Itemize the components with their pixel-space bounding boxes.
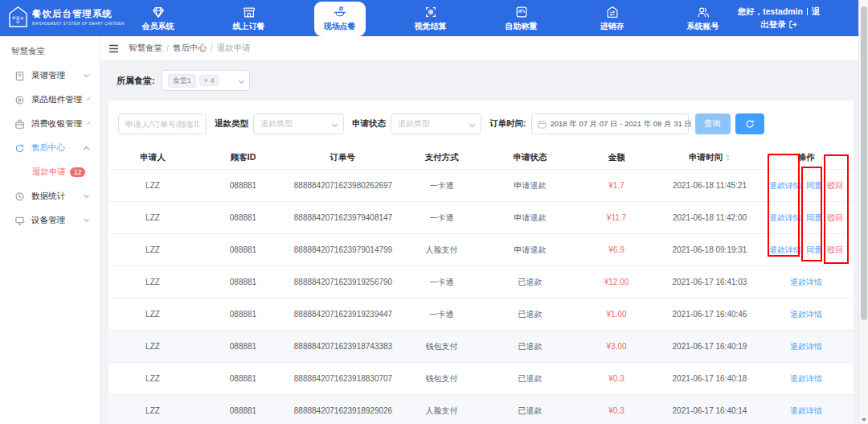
sidebar-item-device-mgmt[interactable]: 设备管理 [0, 208, 100, 233]
cell-payment: 人脸支付 [395, 245, 488, 256]
cell-applicant: LZZ [108, 374, 197, 383]
refund-type-label: 退款类型 [215, 118, 248, 130]
chevron-down-icon [469, 121, 475, 126]
cell-actions: 退款详情 [759, 373, 854, 385]
cell-customer-id: 088881 [197, 213, 289, 222]
sidebar-item-data-stats[interactable]: 数据统计 [0, 184, 100, 208]
cell-order-no: 8888842071623979408147 [289, 212, 395, 224]
cell-status: 已退款 [488, 277, 572, 288]
brand-logo-text: 智慧食堂 [10, 16, 26, 24]
nav-item-online-order[interactable]: 线上订餐 [203, 1, 294, 36]
cell-status: 申请退款 [488, 245, 572, 256]
sidebar-subitem-label: 退款申请 [32, 167, 66, 178]
cell-payment: 一卡通 [395, 212, 488, 224]
search-button[interactable]: 查询 [695, 113, 731, 134]
cell-status: 申请退款 [488, 212, 572, 224]
app-title: 餐饮后台管理系统 [32, 8, 125, 20]
shop-icon [242, 5, 256, 19]
action-refund-detail-link[interactable]: 退款详情 [790, 406, 822, 415]
canteen-tag: 食堂1 [168, 74, 196, 88]
cell-payment: 一卡通 [395, 277, 488, 288]
action-refund-detail-link[interactable]: 退款详情 [790, 342, 822, 351]
breadcrumb-item-home[interactable]: 智慧食堂 [129, 43, 162, 54]
nav-label: 系统账号 [687, 21, 719, 32]
scrollbar-down-arrow[interactable] [862, 418, 866, 422]
refund-type-placeholder: 退款类型 [260, 118, 293, 130]
top-nav: 会员系统 线上订餐 现场点餐 视觉结算 自助称重 进销存 [113, 1, 748, 36]
stats-icon [14, 191, 25, 202]
nav-item-self-weigh[interactable]: 自助称重 [476, 1, 567, 36]
chevron-up-icon [84, 146, 89, 152]
breadcrumb: 智慧食堂 / 售后中心 / 退款申请 [129, 43, 251, 54]
cell-order-no: 8888842071623918929026 [289, 405, 395, 417]
chevron-down-icon [332, 121, 338, 126]
app-subtitle: MANAGEMENT SYSTEM OF SMART CANTEEN [32, 22, 125, 26]
nav-item-member-system[interactable]: 会员系统 [113, 1, 203, 36]
component-icon [14, 95, 25, 105]
cell-applicant: LZZ [108, 245, 197, 254]
refund-card: 退款类型 退款类型 申请状态 退款类型 订单时间: 2018 年 07 月 07… [108, 101, 854, 424]
user-area: 您好，testadmin退出登录 [734, 6, 824, 31]
breadcrumb-item-aftersale[interactable]: 售后中心 [173, 43, 207, 54]
sidebar-item-aftersale-center[interactable]: 售后中心 [0, 136, 100, 160]
order-time-value: 2018 年 07 月 07 日 - 2021 年 08 月 31 日 [551, 119, 692, 130]
refund-type-select[interactable]: 退款类型 [253, 113, 344, 134]
sidebar-item-cashier-mgmt[interactable]: 消费收银管理 [0, 112, 100, 136]
filter-row: 退款类型 退款类型 申请状态 退款类型 订单时间: 2018 年 07 月 07… [118, 113, 854, 134]
cell-order-no: 8888842071623919239447 [289, 309, 395, 320]
keyword-input[interactable] [118, 113, 207, 134]
cell-customer-id: 088881 [197, 406, 289, 415]
nav-label: 进销存 [600, 21, 624, 32]
table-row: LZZ 088881 8888842071623918929026 人脸支付 已… [108, 395, 854, 424]
apply-status-placeholder: 退款类型 [398, 118, 430, 130]
collapse-menu-icon[interactable] [108, 44, 119, 53]
cell-order-no: 8888842071623918743383 [289, 341, 395, 352]
chevron-down-icon [84, 72, 89, 77]
breadcrumb-bar: 智慧食堂 / 售后中心 / 退款申请 [100, 36, 868, 60]
cell-amount: ¥0.3 [572, 374, 661, 383]
refresh-button[interactable] [735, 113, 764, 134]
sidebar-subitem-refund-request[interactable]: 退款申请 12 [0, 160, 100, 184]
cell-amount: ¥1.7 [572, 181, 661, 190]
cell-amount: ¥3.00 [572, 342, 661, 351]
cell-applicant: LZZ [108, 213, 197, 222]
action-refund-detail-link[interactable]: 退款详情 [790, 374, 822, 383]
cell-payment: 人脸支付 [395, 405, 488, 417]
breadcrumb-separator: / [211, 43, 213, 53]
nav-item-onsite-order[interactable]: 现场点餐 [294, 1, 385, 36]
sidebar-item-dish-component-mgmt[interactable]: 菜品组件管理 [0, 88, 100, 112]
cell-payment: 钱包支付 [395, 341, 488, 352]
action-refund-detail-link[interactable]: 退款详情 [790, 310, 822, 319]
sidebar-item-menu-mgmt[interactable]: 菜谱管理 [0, 64, 100, 88]
cell-apply-time: 2021-06-17 16:40:19 [661, 342, 759, 351]
cell-actions: 退款详情 [759, 277, 854, 288]
order-time-label: 订单时间: [489, 118, 526, 130]
apply-status-select[interactable]: 退款类型 [391, 113, 481, 134]
col-applicant: 申请人 [108, 152, 197, 163]
canteen-select[interactable]: 食堂1 + 4 [162, 70, 250, 91]
nav-item-vision-checkout[interactable]: 视觉结算 [385, 1, 476, 36]
cell-status: 已退款 [488, 309, 572, 320]
col-order-no: 订单号 [289, 152, 395, 163]
cell-apply-time: 2021-06-18 11:45:21 [661, 181, 759, 190]
sort-caret-icon[interactable] [725, 154, 731, 162]
order-time-range[interactable]: 2018 年 07 月 07 日 - 2021 年 08 月 31 日 [531, 113, 689, 134]
book-icon [14, 71, 25, 81]
cell-customer-id: 088881 [197, 278, 289, 286]
nav-item-inventory[interactable]: 进销存 [567, 1, 657, 36]
table-row: LZZ 088881 8888842071623918743383 钱包支付 已… [108, 331, 854, 363]
scrollbar-thumb[interactable] [861, 6, 867, 320]
cashier-icon [14, 119, 25, 130]
gem-icon [151, 5, 166, 19]
scale-icon [514, 5, 529, 19]
stock-icon [605, 5, 620, 19]
brand: 智慧食堂 餐饮后台管理系统 MANAGEMENT SYSTEM OF SMART… [8, 6, 125, 28]
canteen-more-tag: + 4 [199, 75, 219, 86]
cell-amount: ¥0.3 [572, 406, 661, 415]
sidebar-item-label: 数据统计 [31, 191, 65, 202]
brand-logo-icon: 智慧食堂 [8, 6, 28, 28]
action-refund-detail-link[interactable]: 退款详情 [790, 278, 822, 286]
sidebar-title: 智慧食堂 [0, 36, 100, 64]
table-row: LZZ 088881 8888842071623979408147 一卡通 申请… [108, 202, 854, 234]
chevron-down-icon [87, 121, 90, 124]
